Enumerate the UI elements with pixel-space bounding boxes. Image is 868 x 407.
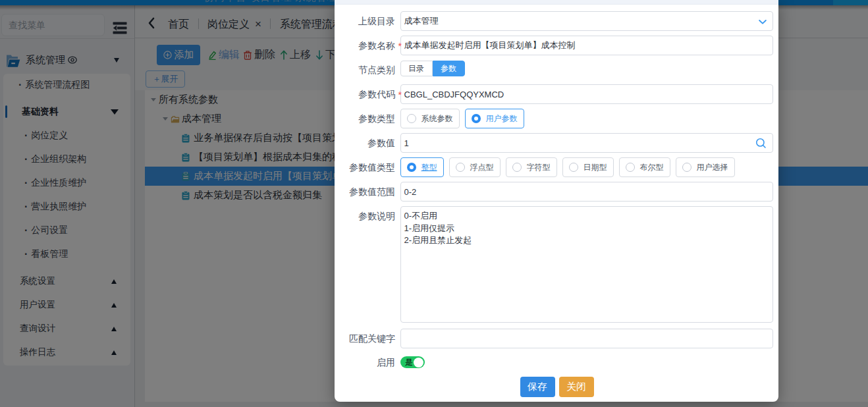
form-row-value-type: 参数值类型 整型 浮点型 字符型 [335,157,773,177]
label-text: 参数值 [367,138,395,148]
label-text: 目录 [408,63,424,74]
radio-float-type[interactable]: 浮点型 [449,157,501,177]
label-text: 参数 [441,63,456,74]
field-control [400,11,773,31]
save-button[interactable]: 保存 [520,377,555,397]
label-text: 上级目录 [358,16,395,26]
parent-dir-value[interactable] [400,11,773,31]
form-row-parent-dir: 上级目录 [335,11,773,31]
form-row-param-type: 参数类型 系统参数 用户参数 [335,109,773,128]
field-control: 目录 参数 [400,62,773,78]
field-control: 是 [400,356,773,368]
dialog-footer: 保存 关闭 [338,377,776,397]
radio-bool-type[interactable]: 布尔型 [619,157,670,177]
radio-circle-icon [626,163,635,172]
dialog-body: 上级目录 参数名称* 节点类别 [335,5,778,397]
radio-circle-icon [456,163,465,172]
node-type-param-button[interactable]: 参数 [433,61,465,76]
field-label: 上级目录 [335,11,395,31]
param-edit-dialog: 上级目录 参数名称* 节点类别 [335,0,778,402]
label-text: 参数值类型 [349,162,395,173]
field-control [400,133,773,153]
label-text: 启用 [377,357,395,367]
radio-user-select-type[interactable]: 用户选择 [676,157,735,177]
field-label: 参数值类型 [335,157,395,177]
field-control [400,84,773,104]
keyword-input[interactable] [400,329,773,348]
toggle-knob [414,358,423,367]
form-row-keyword: 匹配关键字 [335,329,773,348]
radio-user-param[interactable]: 用户参数 [465,109,524,128]
radio-dot-icon [472,114,481,123]
form-row-node-type: 节点类别 目录 参数 [335,60,773,80]
form-row-param-code: 参数代码* [335,84,773,104]
field-control [400,329,773,348]
form-row-param-value: 参数值 [335,133,773,153]
field-control [400,206,773,323]
field-label: 参数类型 [335,109,395,128]
field-label: 参数值 [335,133,395,153]
param-name-input[interactable] [400,36,773,55]
radio-circle-icon [407,114,416,123]
field-control: 整型 浮点型 字符型 日期型 [400,157,773,177]
form-row-param-desc: 参数说明 [335,206,773,323]
param-desc-textarea[interactable] [400,206,773,323]
radio-string-type[interactable]: 字符型 [506,157,557,177]
field-label: 参数说明 [335,206,395,226]
node-type-dir-button[interactable]: 目录 [400,61,433,76]
field-label: 节点类别 [335,60,395,80]
radio-circle-icon [512,163,522,172]
field-label: 参数值范围 [335,182,395,202]
node-type-segmented: 目录 参数 [400,61,465,76]
field-control [400,36,773,55]
radio-dot-icon [407,163,416,172]
field-label: 启用 [335,356,395,368]
label-text: 节点类别 [358,65,395,75]
field-label: 参数名称* [335,36,395,55]
label-text: 参数值范围 [349,186,395,197]
radio-system-param[interactable]: 系统参数 [400,109,460,128]
field-label: 匹配关键字 [335,329,395,348]
form-row-param-name: 参数名称* [335,36,773,55]
field-control [400,182,773,202]
toggle-on-label: 是 [406,358,413,366]
required-asterisk: * [398,85,402,105]
enabled-toggle[interactable]: 是 [400,356,425,368]
parent-dir-select[interactable] [400,11,773,31]
label-text: 参数说明 [358,211,395,221]
radio-circle-icon [569,163,578,172]
label-text: 参数类型 [358,113,395,124]
required-asterisk: * [398,36,402,56]
form-row-value-range: 参数值范围 [335,182,773,202]
close-button[interactable]: 关闭 [559,377,594,397]
radio-circle-icon [682,163,692,172]
param-value-input[interactable] [400,133,773,153]
radio-int-type[interactable]: 整型 [400,157,444,177]
label-text: 参数代码 [358,89,395,99]
value-range-input[interactable] [400,182,773,202]
form-row-enabled: 启用 是 [335,356,773,368]
field-control: 系统参数 用户参数 [400,109,773,128]
radio-date-type[interactable]: 日期型 [562,157,614,177]
param-value-field [400,133,773,153]
dialog-header [335,0,778,5]
page: 协同平台 项目管理 系统管理 系统管理 [0,0,868,407]
param-code-input[interactable] [400,84,773,104]
field-label: 参数代码* [335,84,395,104]
label-text: 参数名称 [358,40,395,51]
label-text: 匹配关键字 [349,333,395,344]
